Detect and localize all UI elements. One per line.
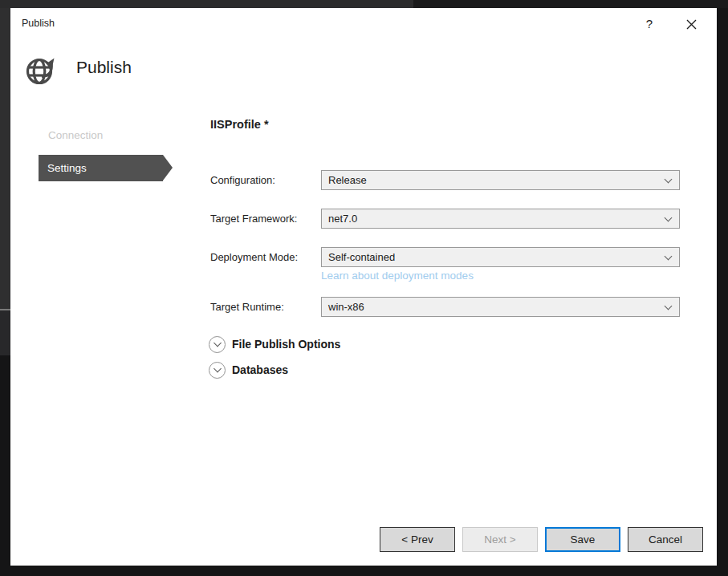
dialog-footer: < Prev Next > Save Cancel (380, 527, 703, 552)
selected-step-arrow (163, 155, 173, 181)
file-publish-options-label: File Publish Options (232, 338, 340, 351)
backdrop-top-right-strip (413, 0, 728, 8)
close-x-icon (686, 19, 697, 30)
cancel-button[interactable]: Cancel (628, 527, 703, 552)
chevron-down-icon (665, 175, 673, 183)
web-publish-globe-icon (23, 51, 60, 91)
deployment-mode-value: Self-contained (328, 251, 395, 263)
profile-name-heading: IISProfile * (210, 118, 269, 131)
configuration-select[interactable]: Release (321, 170, 680, 190)
sidebar-item-connection[interactable]: Connection (48, 129, 103, 141)
sidebar-item-settings-label: Settings (47, 162, 87, 174)
prev-button[interactable]: < Prev (380, 527, 455, 552)
close-button[interactable] (681, 15, 701, 33)
backdrop-top-strip (0, 0, 413, 8)
target-runtime-label: Target Runtime: (210, 297, 319, 317)
target-framework-value: net7.0 (328, 213, 357, 225)
file-publish-options-expander[interactable]: File Publish Options (209, 335, 340, 353)
sidebar-item-settings[interactable]: Settings (39, 155, 163, 181)
window-title: Publish (22, 18, 55, 29)
target-runtime-value: win-x86 (328, 301, 364, 313)
target-runtime-select[interactable]: win-x86 (321, 297, 680, 317)
backdrop-left-strip (0, 8, 10, 309)
chevron-down-icon (665, 302, 673, 310)
chevron-down-circle-icon (209, 336, 226, 353)
target-framework-select[interactable]: net7.0 (321, 209, 680, 229)
configuration-value: Release (328, 174, 367, 186)
deployment-mode-select[interactable]: Self-contained (321, 247, 680, 267)
publish-dialog: Publish ? Publish Connection Settings II… (10, 8, 717, 566)
chevron-down-circle-icon (209, 362, 226, 379)
save-button[interactable]: Save (545, 527, 620, 552)
backdrop-left-strip-lower (0, 310, 10, 355)
target-framework-label: Target Framework: (210, 209, 319, 229)
databases-expander[interactable]: Databases (209, 361, 288, 379)
page-title: Publish (76, 58, 132, 77)
chevron-down-icon (665, 252, 673, 260)
deployment-mode-label: Deployment Mode: (210, 247, 319, 267)
help-button[interactable]: ? (641, 15, 658, 33)
configuration-label: Configuration: (210, 170, 319, 190)
next-button: Next > (462, 527, 538, 552)
chevron-down-icon (665, 213, 673, 221)
databases-label: Databases (232, 363, 288, 376)
learn-deployment-modes-link[interactable]: Learn about deployment modes (321, 270, 474, 282)
